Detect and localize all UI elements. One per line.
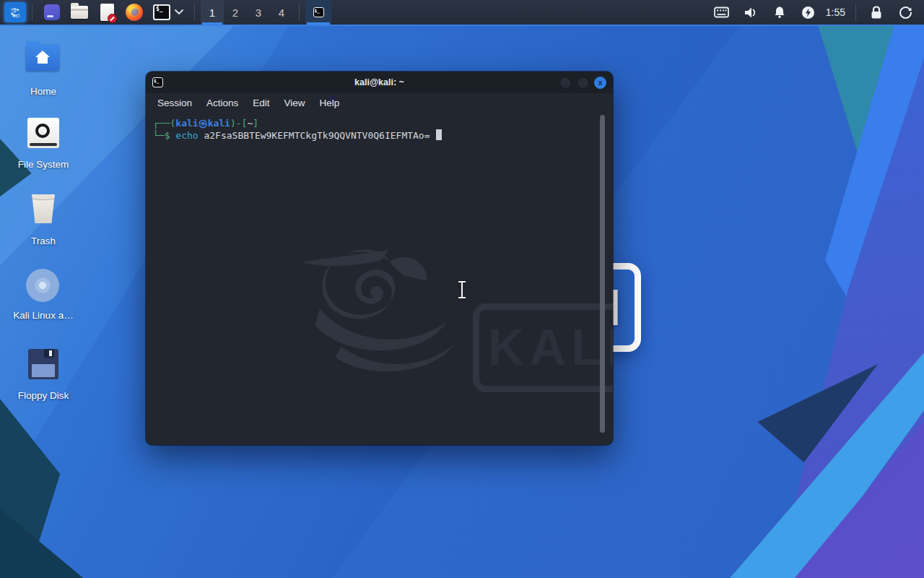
trash-can-icon bbox=[26, 194, 61, 229]
desktop-icon-home[interactable]: Home bbox=[9, 39, 78, 97]
firefox-icon bbox=[126, 4, 143, 21]
speaker-icon bbox=[744, 7, 758, 19]
desktop-icon-trash[interactable]: Trash bbox=[9, 192, 78, 246]
prompt-line-2: └─$ echo a2FsaSBBTEw9KEFMTCkgTk9QQVNTV0Q… bbox=[153, 129, 613, 142]
window-titlebar[interactable]: kali@kali: ~ $_ x bbox=[146, 72, 613, 93]
panel-divider bbox=[855, 4, 856, 21]
workspace-4[interactable]: 4 bbox=[270, 0, 293, 25]
kali-badge-ghost: KALI bbox=[473, 303, 613, 392]
prompt-frame: ┌──( bbox=[153, 118, 175, 129]
hard-drive-icon bbox=[26, 118, 61, 152]
terminal-icon: $_ bbox=[313, 7, 324, 17]
desktop-icon-label: File System bbox=[9, 159, 78, 170]
panel-divider bbox=[32, 4, 32, 21]
appfinder-launcher[interactable] bbox=[43, 4, 61, 21]
kali-dragon-watermark bbox=[265, 202, 481, 405]
prompt-host: kali bbox=[208, 118, 230, 129]
volume-control[interactable] bbox=[743, 4, 759, 20]
folder-icon bbox=[71, 6, 88, 19]
command-argument: a2FsaSBBTEw9KEFMTCkgTk9QQVNTV0Q6IEFMTAo= bbox=[204, 130, 430, 141]
menu-help[interactable]: Help bbox=[313, 98, 347, 108]
close-button[interactable]: x bbox=[594, 77, 606, 89]
prompt-frame: ] bbox=[253, 118, 258, 129]
system-tray: 1:55 bbox=[707, 4, 920, 21]
prompt-user: kali bbox=[175, 118, 198, 129]
app-window-icon bbox=[44, 4, 60, 20]
kali-logo-icon bbox=[7, 5, 23, 20]
menu-edit[interactable]: Edit bbox=[245, 98, 276, 108]
taskbar-terminal-window[interactable]: $_ bbox=[305, 0, 331, 25]
terminal-icon: $_ bbox=[153, 4, 170, 20]
logout-button[interactable] bbox=[897, 4, 913, 20]
file-manager-launcher[interactable] bbox=[71, 4, 88, 21]
prompt-frame: └─$ bbox=[153, 130, 170, 141]
home-folder-icon bbox=[26, 45, 61, 79]
chevron-down-icon bbox=[175, 9, 183, 15]
top-panel: $_ 1 2 3 4 $_ bbox=[0, 0, 924, 25]
menu-session[interactable]: Session bbox=[150, 98, 199, 108]
bell-icon bbox=[773, 6, 786, 19]
terminal-window: kali@kali: ~ $_ x Session Actions Edit V… bbox=[146, 72, 613, 445]
prompt-frame: )-[ bbox=[230, 118, 247, 129]
workspace-1[interactable]: 1 bbox=[201, 0, 224, 25]
battery-power-icon bbox=[801, 6, 815, 20]
lock-icon bbox=[871, 6, 882, 20]
prompt-separator: ㉿ bbox=[199, 118, 208, 129]
desktop-icon-file-system[interactable]: File System bbox=[9, 116, 78, 170]
document-edit-icon bbox=[100, 4, 114, 21]
menu-view[interactable]: View bbox=[277, 98, 313, 108]
floppy-disk-icon bbox=[26, 349, 61, 384]
panel-divider bbox=[194, 4, 195, 21]
clock[interactable]: 1:55 bbox=[826, 7, 845, 18]
menu-actions[interactable]: Actions bbox=[199, 98, 245, 108]
workspace-switcher: 1 2 3 4 bbox=[201, 0, 293, 25]
desktop-icon-label: Trash bbox=[9, 236, 78, 246]
cd-disc-icon bbox=[26, 269, 61, 303]
desktop-icon-floppy-disk[interactable]: Floppy Disk bbox=[9, 347, 78, 401]
keyboard-indicator[interactable] bbox=[714, 4, 730, 20]
minimize-button[interactable] bbox=[559, 77, 572, 89]
desktop-icon-label: Kali Linux a… bbox=[9, 310, 78, 321]
text-editor-launcher[interactable] bbox=[98, 4, 116, 21]
desktop-icon-label: Floppy Disk bbox=[9, 390, 78, 401]
maximize-button[interactable] bbox=[577, 77, 589, 89]
panel-divider bbox=[299, 4, 300, 21]
logout-arrow-icon bbox=[899, 6, 912, 20]
desktop-root: KALI Home File System Trash Kali Linux a… bbox=[0, 0, 924, 578]
wallpaper-top-strip bbox=[0, 25, 924, 26]
notifications[interactable] bbox=[772, 4, 788, 20]
terminal-content[interactable]: KALI ┌──(kali㉿kali)-[~] └─$ echo a2FsaSB… bbox=[146, 112, 613, 445]
power-manager[interactable] bbox=[801, 4, 816, 20]
prompt-line-1: ┌──(kali㉿kali)-[~] bbox=[153, 117, 613, 129]
desktop-icon-label: Home bbox=[9, 86, 78, 97]
terminal-menubar: Session Actions Edit View Help bbox=[146, 93, 613, 112]
terminal-launcher[interactable]: $_ bbox=[153, 4, 183, 21]
lock-screen-button[interactable] bbox=[868, 4, 884, 20]
desktop-icon-kali-linux[interactable]: Kali Linux a… bbox=[9, 269, 78, 321]
workspace-2[interactable]: 2 bbox=[224, 0, 247, 25]
firefox-launcher[interactable] bbox=[126, 4, 143, 21]
command-text: echo bbox=[175, 130, 198, 141]
applications-menu-button[interactable] bbox=[4, 2, 26, 22]
terminal-cursor bbox=[436, 129, 442, 140]
workspace-3[interactable]: 3 bbox=[247, 0, 270, 25]
terminal-scrollbar[interactable] bbox=[600, 115, 605, 433]
window-title: kali@kali: ~ bbox=[146, 77, 613, 87]
keyboard-icon bbox=[714, 7, 729, 18]
mouse-ibeam-cursor bbox=[456, 280, 468, 299]
